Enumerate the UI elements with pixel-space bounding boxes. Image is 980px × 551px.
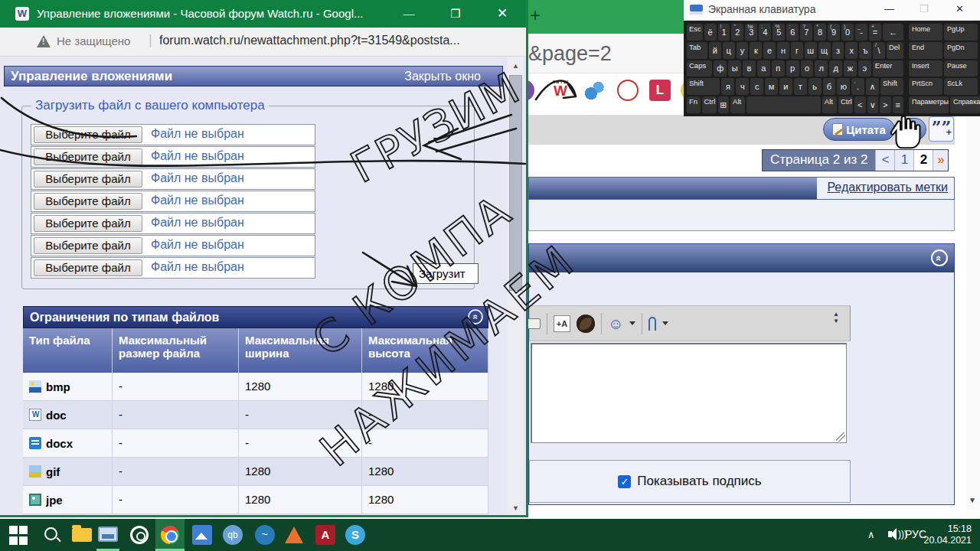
skype-icon[interactable]: S bbox=[345, 525, 365, 545]
quick-reply-button[interactable] bbox=[897, 118, 926, 141]
key-п[interactable]: п bbox=[772, 60, 785, 77]
key-PgUp[interactable]: PgUp bbox=[944, 24, 978, 41]
key-а[interactable]: а bbox=[757, 60, 770, 77]
osk-minimize-button[interactable]: — bbox=[884, 3, 894, 15]
key-з[interactable]: з bbox=[832, 42, 844, 59]
key-ъ[interactable]: ъ bbox=[859, 42, 871, 59]
show-signature-checkbox[interactable]: ✓ bbox=[618, 475, 631, 488]
key-Shift[interactable]: Shift bbox=[880, 78, 903, 95]
l-bookmark-icon[interactable]: L bbox=[649, 80, 671, 101]
last-page-icon[interactable]: » bbox=[933, 150, 948, 171]
quote-button[interactable]: Цитата bbox=[823, 118, 895, 141]
key-ф[interactable]: ф bbox=[714, 60, 727, 77]
key-щ[interactable]: щ bbox=[818, 42, 831, 59]
file-explorer-icon[interactable] bbox=[72, 528, 92, 542]
font-size-icon[interactable]: +A bbox=[554, 315, 570, 332]
openoffice-icon[interactable]: ~ bbox=[255, 525, 275, 545]
key-ч[interactable]: ч bbox=[736, 78, 749, 95]
close-button[interactable]: ✕ bbox=[481, 0, 524, 28]
key->[interactable]: > bbox=[880, 96, 891, 113]
tray-expand-icon[interactable]: ∧ bbox=[867, 529, 875, 540]
key-т[interactable]: т bbox=[794, 78, 807, 95]
minimize-button[interactable]: — bbox=[387, 0, 430, 28]
key-р[interactable]: р bbox=[786, 60, 799, 77]
photos-icon[interactable] bbox=[192, 525, 212, 545]
choose-file-button[interactable]: Выберите файл bbox=[34, 148, 142, 165]
collapse-panel-icon[interactable]: « bbox=[931, 249, 948, 266]
allsit-bookmark-icon[interactable] bbox=[617, 80, 639, 101]
choose-file-button[interactable]: Выберите файл bbox=[34, 193, 142, 210]
qbittorrent-icon[interactable]: qb bbox=[223, 525, 243, 545]
textarea-resize-handle[interactable] bbox=[836, 432, 845, 442]
popup-scrollbar[interactable]: ▲ ▼ bbox=[508, 57, 524, 517]
editor-resize-arrows-icon[interactable]: ▲▼ bbox=[833, 311, 839, 324]
key-PgDn[interactable]: PgDn bbox=[944, 42, 978, 59]
not-secure-warning-icon[interactable] bbox=[37, 35, 51, 47]
osk-close-button[interactable]: ✕ bbox=[956, 3, 964, 15]
key-Tab[interactable]: Tab bbox=[687, 42, 707, 59]
key-≡[interactable]: ≡ bbox=[893, 96, 904, 113]
background-scrollbar[interactable]: ▼ bbox=[966, 116, 980, 510]
key-←[interactable]: ← bbox=[883, 24, 903, 41]
key-1[interactable]: !1 bbox=[718, 24, 730, 41]
key-Enter[interactable]: Enter bbox=[873, 60, 903, 77]
gears-bookmark-icon[interactable] bbox=[583, 80, 605, 101]
key-8[interactable]: *8 bbox=[814, 24, 826, 41]
acrobat-icon[interactable]: A bbox=[315, 525, 335, 545]
key-\[interactable]: /\ bbox=[873, 42, 885, 59]
key-Справка[interactable]: Справка bbox=[950, 96, 980, 113]
popup-address-bar[interactable]: Не защищено | forum.watch.ru/newattachme… bbox=[0, 28, 526, 57]
key-7[interactable]: ?7 bbox=[800, 24, 812, 41]
key-Del[interactable]: Del bbox=[887, 42, 903, 59]
key-ю[interactable]: ю bbox=[837, 78, 850, 95]
key-о[interactable]: о bbox=[801, 60, 814, 77]
vlc-icon[interactable] bbox=[285, 527, 303, 543]
settings-gear-icon[interactable] bbox=[130, 526, 149, 544]
multiquote-button[interactable]: ”” + bbox=[929, 116, 954, 142]
start-button[interactable] bbox=[9, 525, 29, 545]
key-Ctrl[interactable]: Ctrl bbox=[702, 96, 717, 113]
osk-titlebar[interactable]: Экранная клавиатура — ❒ ✕ bbox=[684, 0, 980, 21]
key-в[interactable]: в bbox=[743, 60, 756, 77]
key-⊞[interactable]: ⊞ bbox=[718, 96, 730, 113]
attachment-icon[interactable] bbox=[648, 317, 656, 331]
key-Caps[interactable]: Caps bbox=[687, 60, 712, 77]
chrome-taskbar-button[interactable] bbox=[155, 519, 185, 551]
key-2[interactable]: "2 bbox=[731, 24, 743, 41]
choose-file-button[interactable]: Выберите файл bbox=[34, 237, 142, 254]
key-к[interactable]: к bbox=[750, 42, 762, 59]
key-End[interactable]: End bbox=[909, 42, 942, 59]
edit-tags-link[interactable]: Редактировать метки bbox=[827, 181, 948, 194]
key-д[interactable]: д bbox=[829, 60, 842, 77]
collapse-table-icon[interactable]: « bbox=[468, 309, 483, 324]
key-Alt[interactable]: Alt bbox=[822, 96, 837, 113]
key-6[interactable]: :6 bbox=[786, 24, 799, 41]
key-Insert[interactable]: Insert bbox=[909, 60, 942, 77]
key-ш[interactable]: ш bbox=[805, 42, 817, 59]
maximize-button[interactable]: ❒ bbox=[434, 0, 477, 28]
attachment-dropdown-icon[interactable] bbox=[662, 321, 668, 325]
key-ц[interactable]: ц bbox=[723, 42, 735, 59]
choose-file-button[interactable]: Выберите файл bbox=[34, 259, 142, 276]
upload-submit-button[interactable]: Загрузит bbox=[413, 263, 479, 284]
new-tab-icon[interactable]: + bbox=[530, 5, 541, 26]
key-=[interactable]: += bbox=[869, 24, 881, 41]
key-<[interactable]: < bbox=[854, 96, 866, 113]
smiley-dropdown-icon[interactable] bbox=[629, 321, 635, 325]
key-3[interactable]: №3 bbox=[745, 24, 757, 41]
media-icon[interactable] bbox=[577, 315, 595, 333]
key-ь[interactable]: ь bbox=[808, 78, 822, 95]
key--[interactable]: _- bbox=[855, 24, 867, 41]
key-и[interactable]: и bbox=[779, 78, 792, 95]
key-э[interactable]: э bbox=[858, 60, 871, 77]
key-∧[interactable]: ∧ bbox=[866, 78, 879, 95]
key-4[interactable]: ;4 bbox=[759, 24, 771, 41]
key-й[interactable]: й bbox=[709, 42, 721, 59]
key-Pause[interactable]: Pause bbox=[944, 60, 978, 77]
key-Shift[interactable]: Shift bbox=[687, 78, 720, 95]
close-window-link[interactable]: Закрыть окно bbox=[404, 70, 481, 83]
key-ы[interactable]: ы bbox=[728, 60, 741, 77]
key-5[interactable]: %5 bbox=[773, 24, 785, 41]
key-г[interactable]: г bbox=[791, 42, 803, 59]
key-у[interactable]: у bbox=[737, 42, 749, 59]
